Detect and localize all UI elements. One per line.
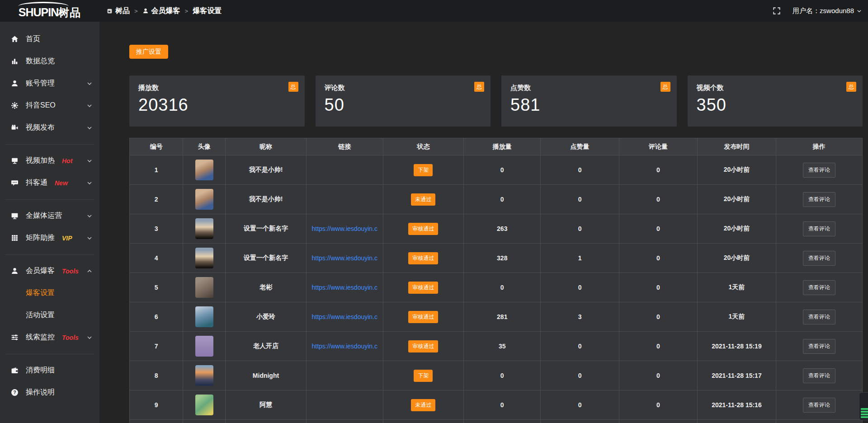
nickname: 设置一个新名字	[226, 214, 306, 244]
table-row: 5 老彬 https://www.iesdouyin.c 审核通过 0 0 0 …	[130, 273, 863, 302]
view-comments-button[interactable]: 查看评论	[803, 368, 835, 383]
col-header-actions: 操作	[776, 138, 862, 155]
sidebar-item-video-heat[interactable]: 视频加热 Hot	[0, 150, 99, 172]
stat-cards: 播放数 20316 总 评论数 50 总 点赞数 581 总 视频个数 350 …	[129, 75, 863, 127]
likes-count: 0	[541, 332, 619, 361]
breadcrumb-item-member[interactable]: 会员爆客	[142, 6, 180, 16]
video-link[interactable]: https://www.iesdouyin.c	[311, 254, 377, 262]
avatar	[195, 277, 213, 298]
sidebar-item-consumption-detail[interactable]: 消费明细	[0, 359, 99, 381]
home-icon	[11, 35, 19, 43]
user-menu[interactable]: 用户名：zswodun88	[793, 7, 862, 15]
username-label: 用户名：zswodun88	[793, 7, 854, 15]
status-badge: 下架	[414, 164, 433, 176]
floating-widget[interactable]	[859, 392, 868, 420]
sidebar-item-matrix-boost[interactable]: 矩阵助推 VIP	[0, 227, 99, 249]
nickname: 我不是小帅!	[226, 155, 306, 185]
status-badge: 下架	[414, 370, 433, 382]
col-header-nickname: 昵称	[226, 138, 306, 155]
svg-text:?: ?	[13, 390, 16, 395]
avatar	[195, 189, 213, 210]
sidebar-item-clue-monitor[interactable]: 线索监控 Tools	[0, 326, 99, 348]
stat-card-plays: 播放数 20316 总	[129, 75, 305, 127]
comments-count: 0	[619, 332, 697, 361]
fullscreen-icon[interactable]	[773, 7, 781, 15]
comment-icon	[11, 179, 19, 187]
breadcrumb-separator: >	[134, 8, 138, 14]
sidebar-subitem-baoke-settings[interactable]: 爆客设置	[0, 282, 99, 304]
view-comments-button[interactable]: 查看评论	[803, 221, 835, 236]
plays-count: 35	[464, 332, 541, 361]
sidebar-item-media-operation[interactable]: 全媒体运营	[0, 205, 99, 227]
comments-count: 0	[619, 273, 697, 302]
promo-settings-button[interactable]: 推广设置	[129, 45, 168, 59]
video-link[interactable]: https://www.iesdouyin.c	[311, 343, 377, 350]
col-header-link: 链接	[306, 138, 383, 155]
view-comments-button[interactable]: 查看评论	[803, 163, 835, 178]
likes-count: 3	[541, 302, 619, 332]
total-badge: 总	[474, 82, 484, 92]
chevron-down-icon	[87, 180, 92, 186]
col-header-likes: 点赞量	[541, 138, 619, 155]
hot-tag: Hot	[62, 157, 72, 164]
sidebar-item-account[interactable]: 账号管理	[0, 72, 99, 94]
video-link[interactable]: https://www.iesdouyin.c	[311, 225, 377, 232]
sidebar-divider	[5, 199, 94, 200]
logo-text: SHUPIN树品	[19, 5, 81, 20]
square-icon	[107, 8, 113, 14]
table-row	[130, 420, 863, 423]
view-comments-button[interactable]: 查看评论	[803, 280, 835, 295]
row-id: 7	[130, 332, 183, 361]
total-badge: 总	[660, 82, 670, 92]
sliders-icon	[11, 334, 19, 341]
publish-time: 2021-11-28 15:17	[698, 361, 776, 390]
sidebar-item-home[interactable]: 首页	[0, 28, 99, 50]
likes-count: 0	[541, 361, 619, 390]
logo-arc	[18, 2, 69, 6]
likes-count: 0	[541, 155, 619, 185]
chevron-down-icon	[87, 125, 92, 131]
breadcrumb-item-home[interactable]: 树品	[107, 6, 130, 16]
view-comments-button[interactable]: 查看评论	[803, 251, 835, 266]
gear-icon	[11, 102, 19, 109]
breadcrumb-separator: >	[185, 8, 189, 14]
publish-time: 20小时前	[698, 214, 776, 244]
top-header: SHUPIN树品 树品 > 会员爆客 > 爆客设置 用户名：zswodun88	[0, 0, 868, 22]
chevron-up-icon	[87, 268, 92, 274]
app-logo[interactable]: SHUPIN树品	[0, 0, 99, 22]
avatar	[195, 365, 213, 386]
sidebar-item-member-baoke[interactable]: 会员爆客 Tools	[0, 260, 99, 282]
video-link[interactable]: https://www.iesdouyin.c	[311, 284, 377, 291]
sidebar-item-video-publish[interactable]: 视频发布	[0, 117, 99, 139]
plays-count: 0	[464, 390, 541, 420]
stat-label: 点赞数	[510, 84, 670, 92]
view-comments-button[interactable]: 查看评论	[803, 310, 835, 324]
view-comments-button[interactable]: 查看评论	[803, 339, 835, 354]
comments-count: 0	[619, 155, 697, 185]
user-icon	[11, 267, 19, 275]
row-id: 9	[130, 390, 183, 420]
sidebar-item-douyin-seo[interactable]: 抖音SEO	[0, 94, 99, 117]
avatar	[195, 248, 213, 268]
sidebar-item-data-overview[interactable]: 数据总览	[0, 50, 99, 72]
likes-count: 0	[541, 214, 619, 244]
sidebar-item-instructions[interactable]: ? 操作说明	[0, 381, 99, 404]
chevron-down-icon	[87, 235, 92, 241]
publish-time: 20小时前	[698, 244, 776, 273]
sidebar-subitem-activity-settings[interactable]: 活动设置	[0, 304, 99, 326]
chevron-down-icon	[87, 81, 92, 86]
view-comments-button[interactable]: 查看评论	[803, 192, 835, 207]
comments-count: 0	[619, 361, 697, 390]
table-row: 2 我不是小帅! 未通过 0 0 0 20小时前 查看评论	[130, 185, 863, 214]
status-badge: 审核通过	[408, 223, 438, 235]
view-comments-button[interactable]: 查看评论	[803, 398, 835, 413]
publish-time: 20小时前	[698, 155, 776, 185]
chevron-down-icon	[87, 213, 92, 219]
sidebar-item-douketong[interactable]: 抖客通 New	[0, 172, 99, 194]
row-id: 6	[130, 302, 183, 332]
row-id: 2	[130, 185, 183, 214]
video-link[interactable]: https://www.iesdouyin.c	[311, 313, 377, 320]
status-badge: 审核通过	[408, 340, 438, 352]
col-header-publish-time: 发布时间	[698, 138, 776, 155]
table-row: 3 设置一个新名字 https://www.iesdouyin.c 审核通过 2…	[130, 214, 863, 244]
